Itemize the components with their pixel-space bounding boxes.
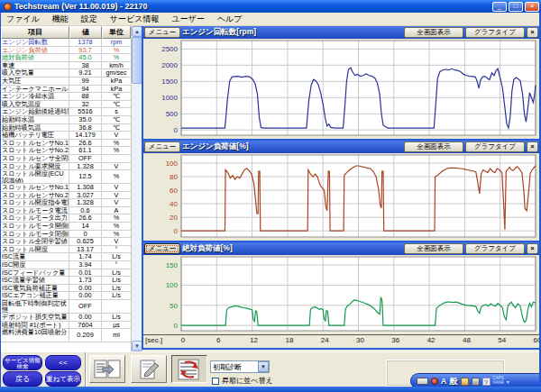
record-button[interactable] bbox=[131, 355, 167, 383]
data-list-icon bbox=[92, 358, 123, 381]
menu-item[interactable]: 設定 bbox=[75, 13, 104, 26]
table-row[interactable]: スロットルセンサNo.2電圧3.027V bbox=[1, 192, 131, 200]
table-row[interactable]: スロットルモータ開側Duty比14% bbox=[1, 223, 131, 231]
graph-type-button[interactable]: グラフタイプ bbox=[465, 243, 525, 254]
table-row[interactable]: 吸入空気温度32℃ bbox=[1, 101, 131, 109]
param-value: 0 bbox=[69, 231, 102, 238]
ascending-sort-option[interactable]: 昇順に並べ替え bbox=[212, 376, 273, 386]
ime-input-mode[interactable]: A bbox=[441, 377, 447, 386]
chevron-down-icon[interactable]: ▼ bbox=[258, 361, 269, 372]
param-value: 13.17 bbox=[69, 246, 102, 253]
fullscreen-button[interactable]: 全画面表示 bbox=[404, 243, 463, 254]
table-row[interactable]: ISCエアコン補正量0.00L/s bbox=[1, 292, 131, 300]
menu-item[interactable]: ユーザー bbox=[165, 13, 210, 26]
param-unit: V bbox=[102, 192, 131, 199]
table-row[interactable]: スロットルモータ閉側Duty比0% bbox=[1, 231, 131, 239]
table-row[interactable]: スロットル開度(ECU認識値)12.5% bbox=[1, 170, 131, 184]
fullscreen-button[interactable]: 全画面表示 bbox=[404, 27, 463, 38]
header-unit[interactable]: 単位 bbox=[102, 26, 131, 39]
ime-options-icon[interactable]: ▾ bbox=[507, 378, 509, 385]
table-row[interactable]: スロットル開度13.17° bbox=[1, 246, 131, 254]
table-row[interactable]: スロットルセンサNo.1電圧1.308V bbox=[1, 184, 131, 192]
sort-button[interactable] bbox=[171, 355, 207, 383]
collapse-button[interactable]: << bbox=[45, 355, 81, 370]
param-value: 14 bbox=[69, 223, 102, 230]
ime-pad-icon[interactable] bbox=[472, 378, 480, 386]
overlay-display-button[interactable]: 重ねて表示 bbox=[45, 371, 81, 387]
chart-title: エンジン回転数[rpm] bbox=[182, 27, 402, 38]
table-row[interactable]: スロットルモータ電流0.6A bbox=[1, 207, 131, 215]
minimize-button-icon[interactable]: _ bbox=[492, 2, 507, 12]
keyboard-icon[interactable] bbox=[417, 378, 428, 385]
table-row[interactable]: インテークマニホールド圧94kPa bbox=[1, 86, 131, 94]
table-row[interactable]: ISC流量1.74L/s bbox=[1, 253, 131, 261]
time-axis: [sec.]06121824303642485460 bbox=[143, 334, 539, 347]
maximize-button-icon[interactable]: □ bbox=[509, 2, 523, 12]
table-row[interactable]: エンジン負荷値93.7% bbox=[1, 47, 131, 55]
table-row[interactable]: スロットル開度指令電圧1.328V bbox=[1, 199, 131, 207]
table-row[interactable]: 絶対負荷値45.0% bbox=[1, 54, 131, 62]
back-button[interactable]: 戻る bbox=[3, 371, 42, 387]
table-row[interactable]: ISCフィードバック量0.01L/s bbox=[1, 269, 131, 278]
chart-menu-button[interactable]: メニュー bbox=[144, 27, 180, 38]
table-row[interactable]: エンジン冷却水温88℃ bbox=[1, 93, 131, 101]
fullscreen-button[interactable]: 全画面表示 bbox=[404, 141, 463, 152]
param-value: 61.1 bbox=[69, 147, 102, 154]
table-row[interactable]: スロットルセンサNo.2電圧比61.1% bbox=[1, 147, 131, 155]
table-row[interactable]: デポジット損失空気量0.00L/s bbox=[1, 314, 131, 322]
table-scrollbar[interactable]: ▲ ▼ bbox=[131, 26, 142, 351]
param-name: エンジン冷却水温 bbox=[1, 93, 69, 100]
table-row[interactable]: 大気圧99kPa bbox=[1, 77, 131, 86]
table-row[interactable]: 回転低下時制御判定状態OFF bbox=[1, 300, 131, 314]
graph-type-button[interactable]: グラフタイプ bbox=[465, 141, 525, 152]
table-row[interactable]: ISC流量学習値1.73L/s bbox=[1, 277, 131, 285]
service-info-search-button[interactable]: サービス情報検索 bbox=[3, 355, 42, 370]
menu-item[interactable]: サービス情報 bbox=[104, 13, 166, 26]
table-row[interactable]: 吸入空気量9.21gm/sec bbox=[1, 69, 131, 77]
x-tick-label: 42 bbox=[427, 336, 436, 344]
diagnosis-mode-select[interactable]: 初期診断 ▼ bbox=[210, 360, 270, 373]
param-name: スロットル開度(ECU認識値) bbox=[1, 170, 69, 183]
close-button-icon[interactable]: × bbox=[525, 2, 539, 12]
chart-menu-button[interactable]: メニュー bbox=[144, 243, 180, 254]
menu-item[interactable]: ヘルプ bbox=[211, 13, 249, 26]
table-row[interactable]: ISC開度3.94° bbox=[1, 261, 131, 269]
param-value: 1.74 bbox=[69, 253, 102, 260]
table-row[interactable]: エンジン回転数1378rpm bbox=[1, 39, 131, 47]
table-row[interactable]: スロットルモータ出力26.6% bbox=[1, 214, 131, 223]
table-row[interactable]: 補機バッテリ電圧14.179V bbox=[1, 132, 131, 140]
chart-close-icon[interactable]: × bbox=[527, 27, 538, 38]
ascending-sort-checkbox[interactable] bbox=[212, 378, 219, 385]
ime-status-icon[interactable] bbox=[431, 378, 438, 385]
ime-help-icon[interactable]: ? bbox=[482, 378, 491, 386]
chart-close-icon[interactable]: × bbox=[527, 243, 538, 254]
chart-menu-button[interactable]: メニュー bbox=[144, 141, 180, 152]
chart-caption: メニュー エンジン負荷値[%] 全画面表示 グラフタイプ × bbox=[143, 141, 539, 153]
data-list-button[interactable] bbox=[89, 355, 125, 383]
table-row[interactable]: 車速38km/h bbox=[1, 62, 131, 70]
table-row[interactable]: ISC電気負荷補正量0.00L/s bbox=[1, 285, 131, 293]
ime-tools-icon[interactable] bbox=[461, 378, 469, 386]
ime-conversion-mode[interactable]: 般 bbox=[450, 376, 458, 387]
table-row[interactable]: 燃料消費量10回噴射分0.209ml bbox=[1, 329, 131, 342]
table-row[interactable]: スロットル要求開度1.328V bbox=[1, 163, 131, 171]
table-row[interactable]: 始動時水温35.0℃ bbox=[1, 116, 131, 124]
table-row[interactable]: エンジン始動後経過時間5516s bbox=[1, 108, 131, 116]
table-row[interactable]: スロットルセンサNo.1電圧比26.6% bbox=[1, 140, 131, 148]
param-value: 0.625 bbox=[69, 238, 102, 245]
menu-item[interactable]: ファイル bbox=[0, 13, 46, 26]
table-row[interactable]: スロットル全閉学習値0.625V bbox=[1, 238, 131, 246]
header-value[interactable]: 値 bbox=[69, 26, 102, 39]
graph-type-button[interactable]: グラフタイプ bbox=[465, 27, 525, 38]
param-name: 始動時水温 bbox=[1, 116, 69, 123]
y-tick-label: 100 bbox=[166, 160, 179, 168]
header-item[interactable]: 項目 bbox=[1, 26, 69, 39]
chart-title: エンジン負荷値[%] bbox=[182, 141, 402, 152]
x-tick-label: 12 bbox=[250, 336, 258, 344]
param-name: 大気圧 bbox=[1, 77, 69, 85]
table-row[interactable]: 始動時吸気温36.8℃ bbox=[1, 124, 131, 132]
chart-close-icon[interactable]: × bbox=[527, 141, 538, 152]
table-row[interactable]: スロットルセンサ全閉状態OFF bbox=[1, 155, 131, 163]
menu-item[interactable]: 機能 bbox=[46, 13, 75, 26]
table-row[interactable]: 噴射時間 #1(ポート)7604μs bbox=[1, 322, 131, 330]
